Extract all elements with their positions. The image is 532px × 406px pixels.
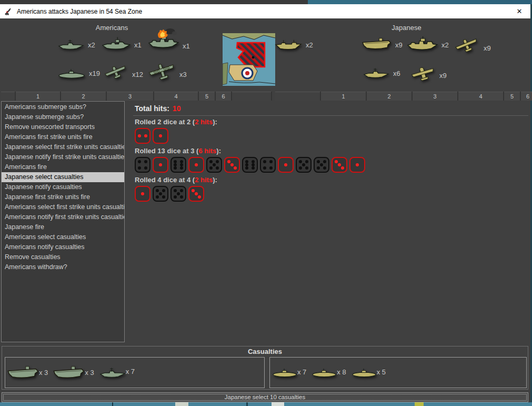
cruiser-icon <box>102 36 131 52</box>
carrier-icon <box>362 36 392 52</box>
unit-count: x9 <box>484 44 491 55</box>
die-pip <box>230 163 234 166</box>
battle-step[interactable]: Japanese select casualties <box>2 172 124 182</box>
strip-cell-3: 3 <box>107 92 153 101</box>
battle-step[interactable]: Remove unescorted transports <box>2 122 124 132</box>
die-pip <box>198 195 201 199</box>
select-casualties-button[interactable]: Japanese select 10 casualties <box>2 392 528 402</box>
tactical-bomber-icon <box>410 65 436 83</box>
title-bar: Americans attacks Japanese in 54 Sea Zon… <box>0 4 530 18</box>
die-pip <box>180 163 183 166</box>
casualty-japanese-submarine: x 7 <box>272 364 306 381</box>
strip-cell-blank <box>232 92 271 101</box>
casualty-american-carrier: x 3 <box>7 364 48 382</box>
die-pip <box>323 160 326 163</box>
casualties-panel: Casualties x 3 x 3 x 7 <box>2 346 528 390</box>
battle-step[interactable]: Americans fire <box>2 162 124 172</box>
unit-count: x1 <box>183 42 190 53</box>
unit-american-submarine: x19 <box>58 67 100 81</box>
die-6-miss <box>242 157 258 173</box>
battle-step[interactable]: Americans select casualties <box>2 232 124 242</box>
map-border-line <box>112 402 113 406</box>
die-pip <box>252 166 255 170</box>
dice-group-label-part: ): <box>216 147 221 155</box>
die-5-miss <box>206 157 222 173</box>
die-5-miss <box>153 186 168 202</box>
battle-step[interactable]: Japanese fire <box>2 222 124 232</box>
strip-cell-5: 5 <box>504 92 520 101</box>
unit-count: x 7 <box>126 368 135 381</box>
dice-group-label: Rolled 13 dice at 3 (6 hits): <box>135 147 529 155</box>
triplea-app-icon <box>4 7 13 16</box>
destroyer-icon <box>99 365 126 381</box>
die-pip <box>174 189 177 192</box>
submarine-icon <box>312 364 337 381</box>
battle-step[interactable]: Americans notify casualties <box>2 242 124 252</box>
die-pip <box>174 163 177 166</box>
die-pip <box>216 160 219 163</box>
die-pip <box>156 195 159 199</box>
battle-step[interactable]: Japanese notify casualties <box>2 182 124 192</box>
dice-groups: Rolled 2 dice at 2 (2 hits):Rolled 13 di… <box>135 118 529 205</box>
destroyer-icon <box>58 37 84 52</box>
total-hits-label: Total hits: <box>135 104 169 113</box>
dice-group-label: Rolled 2 dice at 2 (2 hits): <box>135 118 529 126</box>
unit-count: x9 <box>395 41 403 52</box>
dice-group-label-part: ): <box>213 176 217 184</box>
die-pip <box>174 166 177 170</box>
unit-count: x 3 <box>85 369 94 382</box>
strip-cell-1: 1 <box>16 92 60 101</box>
battle-step[interactable]: Americans withdraw? <box>2 262 124 272</box>
battle-step[interactable]: Japanese notify first strike units casua… <box>2 152 124 162</box>
die-5-miss <box>296 157 312 173</box>
total-hits: Total hits:10 <box>135 104 180 113</box>
strip-cell-4: 4 <box>458 92 503 101</box>
battle-step[interactable]: Japanese select first strike units casua… <box>2 142 124 152</box>
fighter-icon <box>103 63 128 82</box>
strip-cell-1: 1 <box>321 92 366 101</box>
die-pip <box>284 163 287 166</box>
unit-count: x1 <box>134 41 142 52</box>
battle-step[interactable]: Americans notify first strike units casu… <box>2 212 124 222</box>
unit-count: x9 <box>439 72 447 83</box>
unit-japanese-transport: x2 <box>275 37 313 52</box>
die-pip <box>299 160 302 163</box>
die-pip <box>299 166 302 170</box>
die-3-hit <box>188 186 204 202</box>
battle-step[interactable]: Remove casualties <box>2 252 124 262</box>
casualty-american-carrier: x 3 <box>53 364 94 382</box>
die-pip <box>245 166 248 170</box>
die-1-hit <box>153 128 168 144</box>
battle-dialog: Americans attacks Japanese in 54 Sea Zon… <box>0 4 530 402</box>
die-pip <box>162 189 165 192</box>
unit-japanese-battleship: x2 <box>407 35 449 52</box>
battle-step[interactable]: Japanese submerge subs? <box>2 112 124 122</box>
close-button[interactable]: ✕ <box>508 4 530 18</box>
die-pip <box>138 166 141 170</box>
die-1-hit <box>278 157 294 173</box>
battle-steps-list: Americans submerge subs?Japanese submerg… <box>1 101 125 342</box>
battle-step[interactable]: Americans first strike units fire <box>2 132 124 142</box>
dice-group: Rolled 2 dice at 2 (2 hits): <box>135 118 529 144</box>
die-pip <box>302 163 305 166</box>
attacker-name: Americans <box>74 24 150 32</box>
die-pip <box>227 160 230 163</box>
strip-cell-blank <box>275 92 320 101</box>
die-pip <box>180 166 183 170</box>
die-pip <box>245 163 248 166</box>
dice-group-label-part: ): <box>213 118 217 126</box>
submarine-icon <box>352 364 377 381</box>
die-pip <box>177 192 180 195</box>
die-5-miss <box>314 157 329 173</box>
die-pip <box>341 166 344 170</box>
die-pip <box>156 189 159 192</box>
die-3-hit <box>332 157 347 173</box>
carrier-icon <box>53 364 85 382</box>
fighter-icon <box>454 35 480 55</box>
die-1-hit <box>153 157 168 173</box>
battle-step[interactable]: Americans submerge subs? <box>2 102 124 112</box>
defender-name: Japanese <box>368 24 445 32</box>
battle-step[interactable]: Japanese first strike units fire <box>2 192 124 202</box>
battle-step[interactable]: Americans select first strike units casu… <box>2 202 124 212</box>
die-pip <box>144 166 147 170</box>
